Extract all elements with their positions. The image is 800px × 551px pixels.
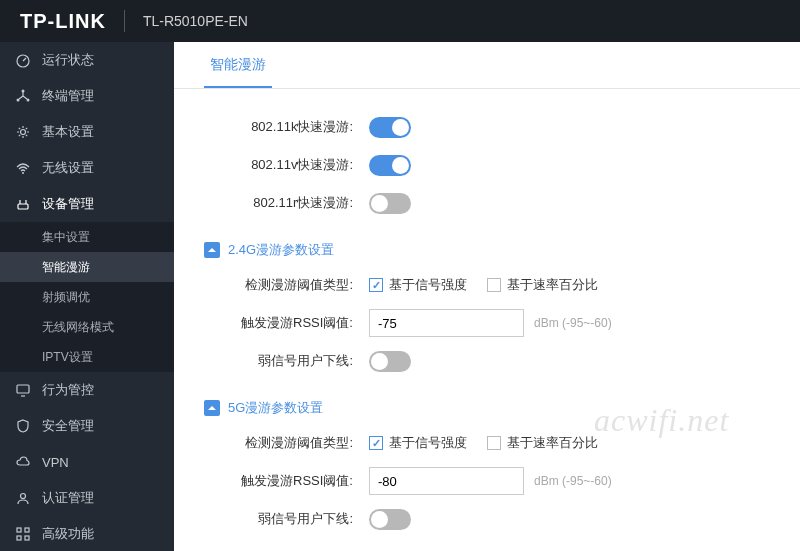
row-24g-rssi: 触发漫游RSSI阈值: dBm (-95~-60) <box>204 307 770 339</box>
main-content: 智能漫游 802.11k快速漫游: 802.11v快速漫游: 802.11r快速… <box>174 42 800 551</box>
svg-point-4 <box>21 130 26 135</box>
section-24g-title: 2.4G漫游参数设置 <box>228 241 334 259</box>
input-24g-rssi[interactable] <box>369 309 524 337</box>
sidebar-item-advanced[interactable]: 高级功能 <box>0 516 174 551</box>
collapse-icon <box>204 400 220 416</box>
row-11r: 802.11r快速漫游: <box>204 187 770 219</box>
svg-rect-10 <box>25 528 29 532</box>
sidebar-item-label: 无线设置 <box>42 159 94 177</box>
chk-24g-signal[interactable]: 基于信号强度 <box>369 276 467 294</box>
switch-11r[interactable] <box>369 193 411 214</box>
label-11v: 802.11v快速漫游: <box>204 156 369 174</box>
label-5g-threshold: 检测漫游阈值类型: <box>204 434 369 452</box>
sidebar-item-label: 设备管理 <box>42 195 94 213</box>
shield-icon <box>14 417 32 435</box>
row-5g-threshold: 检测漫游阈值类型: 基于信号强度 基于速率百分比 <box>204 427 770 459</box>
cloud-icon <box>14 453 32 471</box>
roaming-form: 802.11k快速漫游: 802.11v快速漫游: 802.11r快速漫游: 2… <box>174 89 800 551</box>
svg-rect-9 <box>17 528 21 532</box>
sidebar: 运行状态 终端管理 基本设置 无线设置 设备管理 集中设置 智能漫游 射频调优 … <box>0 42 174 551</box>
sub-item-iptv[interactable]: IPTV设置 <box>0 342 174 372</box>
tab-bar: 智能漫游 <box>174 42 800 89</box>
sidebar-item-label: 行为管控 <box>42 381 94 399</box>
switch-11k[interactable] <box>369 117 411 138</box>
svg-rect-12 <box>25 536 29 540</box>
row-5g-rssi: 触发漫游RSSI阈值: dBm (-95~-60) <box>204 465 770 497</box>
row-5g-weak: 弱信号用户下线: <box>204 503 770 535</box>
sidebar-item-label: 认证管理 <box>42 489 94 507</box>
section-5g[interactable]: 5G漫游参数设置 <box>204 383 770 427</box>
unit-24g-rssi: dBm (-95~-60) <box>534 316 612 330</box>
row-24g-threshold: 检测漫游阈值类型: 基于信号强度 基于速率百分比 <box>204 269 770 301</box>
section-24g[interactable]: 2.4G漫游参数设置 <box>204 225 770 269</box>
sidebar-item-label: 运行状态 <box>42 51 94 69</box>
gear-icon <box>14 123 32 141</box>
section-5g-title: 5G漫游参数设置 <box>228 399 323 417</box>
input-5g-rssi[interactable] <box>369 467 524 495</box>
chk-24g-rate[interactable]: 基于速率百分比 <box>487 276 598 294</box>
sub-item-wlan-mode[interactable]: 无线网络模式 <box>0 312 174 342</box>
switch-24g-weak[interactable] <box>369 351 411 372</box>
brand-logo: TP-LINK <box>20 10 106 33</box>
device-model: TL-R5010PE-EN <box>143 13 248 29</box>
monitor-icon <box>14 381 32 399</box>
switch-11v[interactable] <box>369 155 411 176</box>
row-11k: 802.11k快速漫游: <box>204 111 770 143</box>
wifi-icon <box>14 159 32 177</box>
sub-item-centralized[interactable]: 集中设置 <box>0 222 174 252</box>
sidebar-item-label: 安全管理 <box>42 417 94 435</box>
switch-5g-weak[interactable] <box>369 509 411 530</box>
sidebar-item-label: 终端管理 <box>42 87 94 105</box>
sub-item-roaming[interactable]: 智能漫游 <box>0 252 174 282</box>
svg-rect-7 <box>17 385 29 393</box>
collapse-icon <box>204 242 220 258</box>
app-header: TP-LINK TL-R5010PE-EN <box>0 0 800 42</box>
network-icon <box>14 87 32 105</box>
dashboard-icon <box>14 51 32 69</box>
unit-5g-rssi: dBm (-95~-60) <box>534 474 612 488</box>
row-24g-weak: 弱信号用户下线: <box>204 345 770 377</box>
device-icon <box>14 195 32 213</box>
sidebar-item-security[interactable]: 安全管理 <box>0 408 174 444</box>
chk-5g-rate[interactable]: 基于速率百分比 <box>487 434 598 452</box>
label-24g-rssi: 触发漫游RSSI阈值: <box>204 314 369 332</box>
sidebar-item-basic[interactable]: 基本设置 <box>0 114 174 150</box>
sidebar-item-wireless[interactable]: 无线设置 <box>0 150 174 186</box>
svg-rect-6 <box>18 204 28 209</box>
sidebar-item-auth[interactable]: 认证管理 <box>0 480 174 516</box>
sidebar-item-device[interactable]: 设备管理 <box>0 186 174 222</box>
grid-icon <box>14 525 32 543</box>
svg-rect-11 <box>17 536 21 540</box>
logo-divider <box>124 10 125 32</box>
tab-smart-roaming[interactable]: 智能漫游 <box>204 42 272 88</box>
label-11r: 802.11r快速漫游: <box>204 194 369 212</box>
sub-item-rf[interactable]: 射频调优 <box>0 282 174 312</box>
sidebar-item-terminal[interactable]: 终端管理 <box>0 78 174 114</box>
sidebar-item-vpn[interactable]: VPN <box>0 444 174 480</box>
label-5g-weak: 弱信号用户下线: <box>204 510 369 528</box>
user-icon <box>14 489 32 507</box>
sidebar-item-label: VPN <box>42 455 69 470</box>
label-24g-threshold: 检测漫游阈值类型: <box>204 276 369 294</box>
label-11k: 802.11k快速漫游: <box>204 118 369 136</box>
chk-5g-signal[interactable]: 基于信号强度 <box>369 434 467 452</box>
row-11v: 802.11v快速漫游: <box>204 149 770 181</box>
svg-point-8 <box>21 494 26 499</box>
sidebar-item-label: 高级功能 <box>42 525 94 543</box>
label-24g-weak: 弱信号用户下线: <box>204 352 369 370</box>
sidebar-item-behavior[interactable]: 行为管控 <box>0 372 174 408</box>
svg-point-5 <box>22 172 24 174</box>
sidebar-item-status[interactable]: 运行状态 <box>0 42 174 78</box>
label-5g-rssi: 触发漫游RSSI阈值: <box>204 472 369 490</box>
sidebar-item-label: 基本设置 <box>42 123 94 141</box>
